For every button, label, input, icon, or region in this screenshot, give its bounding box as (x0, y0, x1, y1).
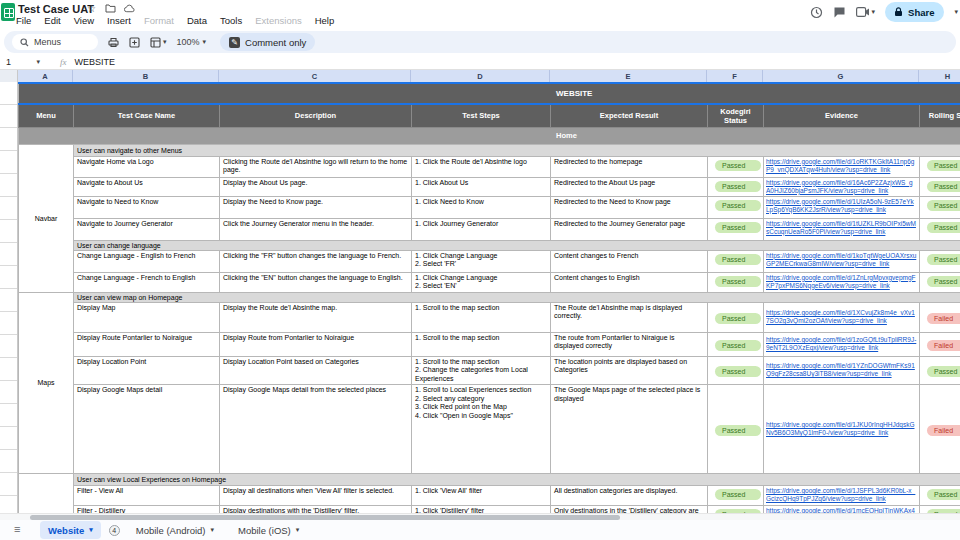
cell-expected-result[interactable]: Redirected to the Journey Generator page (551, 218, 708, 240)
selected-band-cell[interactable]: WEBSITE (19, 83, 960, 104)
tab-caret-icon[interactable]: ▾ (296, 526, 300, 534)
cell-test-steps[interactable]: 1. Click Journey Generator (412, 218, 551, 240)
add-box-icon[interactable] (129, 37, 140, 48)
header-expected-result[interactable]: Expected Result (551, 104, 708, 127)
cell-description[interactable]: Display destinations with the 'Distiller… (220, 506, 412, 514)
cell-evidence[interactable]: https://drive.google.com/file/d/1oRKTKGk… (764, 156, 920, 177)
header-kodegiri-status[interactable]: Kodegiri Status (708, 104, 764, 127)
tab-caret-icon[interactable]: ▾ (210, 526, 214, 534)
menu-tools[interactable]: Tools (220, 15, 242, 26)
evidence-link[interactable]: https://drive.google.com/file/d/1oRKTKGk… (766, 158, 917, 174)
evidence-link[interactable]: https://drive.google.com/file/d/1JKU0rIn… (766, 421, 917, 437)
grid-corner[interactable] (0, 70, 18, 82)
group-header[interactable]: User can navigate to other Menus (74, 144, 960, 156)
search-menus-button[interactable]: Menus (12, 34, 98, 50)
cell-kodegiri-status[interactable]: Passed (708, 506, 764, 514)
cell-rolling-status[interactable]: Failed (920, 332, 960, 356)
cell-description[interactable]: Display all destinations when 'View All'… (220, 486, 412, 506)
cell-test-steps[interactable]: 1. Click Change Language 2. Select 'EN' (412, 272, 551, 292)
sheets-logo-icon[interactable] (1, 3, 15, 21)
cell-expected-result[interactable]: The Google Maps page of the selected pla… (551, 385, 708, 474)
cell-kodegiri-status[interactable]: Passed (708, 272, 764, 292)
group-header[interactable]: User can change language (74, 240, 960, 250)
evidence-link[interactable]: https://drive.google.com/file/d/1XCvujZk… (766, 309, 917, 325)
cell-test-case-name[interactable]: Display Map (74, 302, 220, 332)
cell-expected-result[interactable]: Only destinations in the 'Distillery' ca… (551, 506, 708, 514)
cell-description[interactable]: Clicking the Route de'l Absinthe logo wi… (220, 156, 412, 177)
header-test-case-name[interactable]: Test Case Name (74, 104, 220, 127)
cell-rolling-status[interactable]: Passed (920, 196, 960, 218)
column-header-g[interactable]: G (763, 70, 919, 82)
column-header-f[interactable]: F (707, 70, 763, 82)
menu-edit[interactable]: Edit (44, 15, 60, 26)
cell-kodegiri-status[interactable]: Passed (708, 385, 764, 474)
cell-evidence[interactable]: https://drive.google.com/file/d/1JKU0rIn… (764, 385, 920, 474)
evidence-link[interactable]: https://drive.google.com/file/d/1zoGQfLt… (766, 336, 917, 352)
cell-description[interactable]: Clicking the "EN" button changes the lan… (220, 272, 412, 292)
cell-test-case-name[interactable]: Filter - Distillery (74, 506, 220, 514)
cell-evidence[interactable]: https://drive.google.com/file/d/1XCvujZk… (764, 302, 920, 332)
cell-test-case-name[interactable]: Change Language - English to French (74, 250, 220, 272)
cell-test-case-name[interactable]: Filter - View All (74, 486, 220, 506)
cell-description[interactable]: Click the Journey Generator menu in the … (220, 218, 412, 240)
evidence-link[interactable]: https://drive.google.com/file/d/1UIzA5oN… (766, 198, 917, 214)
tab-mobile-ios[interactable]: Mobile (iOS) ▾ (230, 521, 307, 539)
cell-expected-result[interactable]: Content changes to English (551, 272, 708, 292)
cell-evidence[interactable]: https://drive.google.com/file/d/1ZnLrgMp… (764, 272, 920, 292)
meet-caret-icon[interactable]: ▾ (872, 8, 876, 16)
cell-description[interactable]: Display Route from Pontarlier to Noiraig… (220, 332, 412, 356)
share-caret-icon[interactable]: ▾ (954, 8, 958, 16)
cell-kodegiri-status[interactable]: Passed (708, 156, 764, 177)
cell-kodegiri-status[interactable]: Passed (708, 196, 764, 218)
cell-rolling-status[interactable]: Passed (920, 156, 960, 177)
cell-test-steps[interactable]: 1. Scroll to the map section (412, 332, 551, 356)
menu-insert[interactable]: Insert (107, 15, 131, 26)
cell-description[interactable]: Display Location Point based on Categori… (220, 356, 412, 385)
name-box[interactable]: 1 ▾ (0, 57, 46, 67)
cell-test-case-name[interactable]: Display Google Maps detail (74, 385, 220, 474)
share-button[interactable]: Share (885, 2, 944, 22)
print-icon[interactable] (108, 37, 119, 48)
cell-rolling-status[interactable]: Passed (920, 356, 960, 385)
cell-evidence[interactable]: https://drive.google.com/file/d/1JSFPL3d… (764, 486, 920, 506)
cell-rolling-status[interactable]: Failed (920, 385, 960, 474)
menu-data[interactable]: Data (187, 15, 207, 26)
tab-caret-icon[interactable]: ▾ (89, 526, 93, 534)
cell-rolling-status[interactable]: Failed (920, 302, 960, 332)
cell-description[interactable]: Display the Route de'l Absinthe map. (220, 302, 412, 332)
zoom-control[interactable]: 100%▾ (177, 37, 207, 47)
cell-test-steps[interactable]: 1. Scroll to the map section (412, 302, 551, 332)
cell-evidence[interactable]: https://drive.google.com/file/d/1YZnDOGW… (764, 356, 920, 385)
cell-menu-navbar[interactable]: Navbar (19, 144, 74, 292)
cell-test-steps[interactable]: 1. Click 'View All' filter (412, 486, 551, 506)
evidence-link[interactable]: https://drive.google.com/file/d/16Ac6P2Z… (766, 179, 917, 195)
cell-test-steps[interactable]: 1. Click Change Language 2. Select 'FR' (412, 250, 551, 272)
cell-rolling-status[interactable]: Passed (920, 506, 960, 514)
group-header[interactable]: User can view map on Homepage (74, 292, 960, 302)
column-header-a[interactable]: A (18, 70, 73, 82)
cell-expected-result[interactable]: Redirected to the homepage (551, 156, 708, 177)
cell-test-steps[interactable]: 1. Scroll to Local Experiences section 2… (412, 385, 551, 474)
evidence-link[interactable]: https://drive.google.com/file/d/1YZnDOGW… (766, 362, 917, 378)
cell-evidence[interactable]: https://drive.google.com/file/d/1tUZKLR9… (764, 218, 920, 240)
cell-test-case-name[interactable]: Navigate to Journey Generator (74, 218, 220, 240)
formula-input[interactable]: WEBSITE (75, 57, 116, 67)
evidence-link[interactable]: https://drive.google.com/file/d/1JSFPL3d… (766, 487, 917, 503)
cell-test-case-name[interactable]: Display Location Point (74, 356, 220, 385)
horizontal-scrollbar[interactable] (0, 513, 960, 520)
cell-kodegiri-status[interactable]: Passed (708, 177, 764, 196)
cloud-status-icon[interactable] (124, 3, 135, 14)
cell-rolling-status[interactable]: Passed (920, 177, 960, 196)
tab-mobile-android[interactable]: Mobile (Android) ▾ (128, 521, 222, 539)
cell-rolling-status[interactable]: Passed (920, 272, 960, 292)
cell-evidence[interactable]: https://drive.google.com/file/d/1zoGQfLt… (764, 332, 920, 356)
cell-kodegiri-status[interactable]: Passed (708, 332, 764, 356)
evidence-link[interactable]: https://drive.google.com/file/d/1koTqtWg… (766, 252, 917, 268)
evidence-link[interactable]: https://drive.google.com/file/d/1tUZKLR9… (766, 220, 917, 236)
document-title[interactable]: Test Case UAT (18, 3, 94, 15)
cell-expected-result[interactable]: The location points are displayed based … (551, 356, 708, 385)
cell-rolling-status[interactable]: Passed (920, 486, 960, 506)
cell-menu-maps[interactable]: Maps (19, 292, 74, 474)
row-headers[interactable] (0, 82, 18, 513)
cell-expected-result[interactable]: Content changes to French (551, 250, 708, 272)
